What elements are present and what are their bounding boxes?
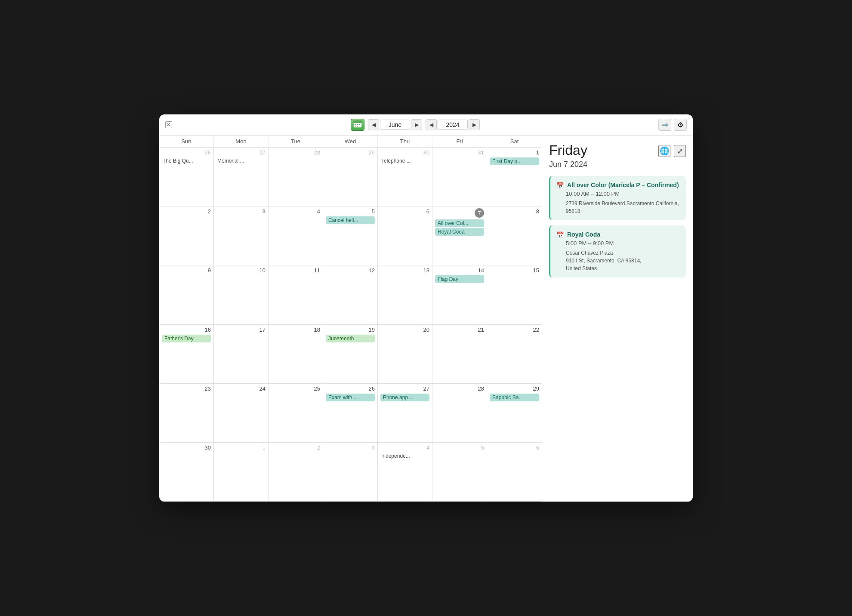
export-button[interactable]: ⇒ bbox=[658, 119, 671, 131]
day-number: 9 bbox=[162, 267, 211, 274]
day-number: 14 bbox=[435, 267, 484, 274]
event-chip[interactable]: Royal Coda bbox=[435, 228, 484, 236]
cal-cell[interactable]: 26The Big Qu... bbox=[159, 148, 214, 206]
day-number: 20 bbox=[380, 326, 429, 333]
cal-cell[interactable]: 9 bbox=[159, 265, 214, 324]
event-plain[interactable]: Memorial ... bbox=[216, 157, 265, 164]
event-chip[interactable]: Sapphic Sa... bbox=[490, 394, 539, 401]
day-header-mon: Mon bbox=[214, 136, 269, 147]
expand-button[interactable]: ⤢ bbox=[674, 145, 686, 157]
cal-cell[interactable]: 28 bbox=[269, 148, 323, 206]
cal-cell[interactable]: 4Independe... bbox=[378, 443, 432, 502]
day-number: 6 bbox=[380, 208, 429, 215]
next-month-button[interactable]: ▶ bbox=[411, 119, 422, 130]
cal-cell[interactable]: 25 bbox=[269, 384, 323, 443]
cal-cell[interactable]: 11 bbox=[269, 265, 323, 324]
cal-cell[interactable]: 16Father's Day bbox=[159, 325, 214, 384]
event-card-header: 📅 All over Color (Maricela P – Confirmed… bbox=[556, 181, 680, 189]
day-number: 28 bbox=[271, 149, 320, 156]
day-number: 12 bbox=[326, 267, 375, 274]
month-label: June bbox=[380, 120, 410, 130]
event-plain[interactable]: Telephone ... bbox=[380, 157, 429, 164]
event-chip[interactable]: Flag Day bbox=[435, 275, 484, 283]
day-number: 26 bbox=[326, 385, 375, 392]
cal-cell[interactable]: 15 bbox=[487, 265, 542, 324]
cal-cell[interactable]: 23 bbox=[159, 384, 214, 443]
event-chip[interactable]: All over Col... bbox=[435, 219, 484, 227]
toolbar: ✕ ◀ June ▶ ◀ 2024 ▶ bbox=[159, 114, 693, 136]
cal-cell[interactable]: 4 bbox=[269, 206, 323, 265]
cal-cell[interactable]: 18 bbox=[269, 325, 323, 384]
next-year-button[interactable]: ▶ bbox=[469, 119, 480, 130]
cal-cell[interactable]: 31 bbox=[432, 148, 487, 206]
cal-cell[interactable]: 20 bbox=[378, 325, 432, 384]
event-chip[interactable]: Father's Day bbox=[162, 335, 211, 342]
cal-cell[interactable]: 1First Day o... bbox=[487, 148, 542, 206]
cal-cell[interactable]: 29 bbox=[323, 148, 378, 206]
expand-icon: ⤢ bbox=[677, 147, 683, 155]
event-card[interactable]: 📅 All over Color (Maricela P – Confirmed… bbox=[549, 176, 686, 220]
event-card-location: Cesar Chavez Plaza910 I St, Sacramento, … bbox=[556, 249, 680, 272]
cal-cell[interactable]: 30 bbox=[159, 443, 214, 502]
event-plain[interactable]: Independe... bbox=[380, 453, 429, 459]
day-number: 2 bbox=[271, 444, 320, 451]
cal-cell[interactable]: 2 bbox=[159, 206, 214, 265]
cal-cell[interactable]: 19Juneteenth bbox=[323, 325, 378, 384]
cal-cell[interactable]: 26Exam with ... bbox=[323, 384, 378, 443]
cal-cell[interactable]: 30Telephone ... bbox=[378, 148, 432, 206]
cal-cell[interactable]: 24 bbox=[214, 384, 269, 443]
main-content: SunMonTueWedThuFriSat 26The Big Qu...27M… bbox=[159, 136, 693, 502]
cal-cell[interactable]: 21 bbox=[432, 325, 487, 384]
side-header-icons: 🌐 ⤢ bbox=[658, 145, 686, 157]
cal-cell[interactable]: 27Memorial ... bbox=[214, 148, 269, 206]
event-cards: 📅 All over Color (Maricela P – Confirmed… bbox=[549, 176, 686, 277]
cal-cell[interactable]: 2 bbox=[269, 443, 323, 502]
day-number: 29 bbox=[326, 149, 375, 156]
cal-cell[interactable]: 14Flag Day bbox=[432, 265, 487, 324]
event-chip[interactable]: First Day o... bbox=[490, 157, 539, 165]
cal-cell[interactable]: 28 bbox=[432, 384, 487, 443]
cal-cell[interactable]: 13 bbox=[378, 265, 432, 324]
side-panel: Friday 🌐 ⤢ Jun 7 2024 📅 All over Color (… bbox=[542, 136, 693, 502]
cal-cell[interactable]: 22 bbox=[487, 325, 542, 384]
event-chip[interactable]: Cancel hell... bbox=[326, 216, 375, 224]
cal-cell[interactable]: 6 bbox=[487, 443, 542, 502]
day-header-sun: Sun bbox=[159, 136, 214, 147]
calendar-area: SunMonTueWedThuFriSat 26The Big Qu...27M… bbox=[159, 136, 542, 502]
settings-button[interactable]: ⚙ bbox=[674, 119, 687, 131]
event-plain[interactable]: The Big Qu... bbox=[162, 157, 211, 164]
cal-cell[interactable]: 3 bbox=[214, 206, 269, 265]
globe-button[interactable]: 🌐 bbox=[658, 145, 670, 157]
cal-cell[interactable]: 17 bbox=[214, 325, 269, 384]
cal-cell[interactable]: 1 bbox=[214, 443, 269, 502]
cal-cell[interactable]: 5Cancel hell... bbox=[323, 206, 378, 265]
event-card-title: All over Color (Maricela P – Confirmed) bbox=[567, 181, 679, 189]
prev-year-button[interactable]: ◀ bbox=[426, 119, 437, 130]
cal-cell[interactable]: 7All over Col...Royal Coda bbox=[432, 206, 487, 265]
close-button[interactable]: ✕ bbox=[165, 121, 172, 128]
event-chip[interactable]: Juneteenth bbox=[326, 335, 375, 342]
event-card[interactable]: 📅 Royal Coda 5:00 PM – 9:00 PM Cesar Cha… bbox=[549, 225, 686, 277]
calendar-icon-button[interactable] bbox=[351, 119, 364, 131]
cal-cell[interactable]: 5 bbox=[432, 443, 487, 502]
cal-cell[interactable]: 27Phone app... bbox=[378, 384, 432, 443]
day-number: 28 bbox=[435, 385, 484, 392]
prev-month-button[interactable]: ◀ bbox=[368, 119, 379, 130]
day-number: 17 bbox=[216, 326, 265, 333]
event-chip[interactable]: Exam with ... bbox=[326, 394, 375, 401]
event-chip[interactable]: Phone app... bbox=[380, 394, 429, 401]
cal-cell[interactable]: 3 bbox=[323, 443, 378, 502]
day-number: 6 bbox=[490, 444, 539, 451]
day-number: 24 bbox=[216, 385, 265, 392]
event-calendar-icon: 📅 bbox=[556, 231, 564, 238]
cal-cell[interactable]: 8 bbox=[487, 206, 542, 265]
month-nav: ◀ June ▶ bbox=[368, 119, 422, 130]
day-number: 11 bbox=[271, 267, 320, 274]
day-header-tue: Tue bbox=[269, 136, 323, 147]
cal-cell[interactable]: 10 bbox=[214, 265, 269, 324]
year-nav: ◀ 2024 ▶ bbox=[426, 119, 480, 130]
cal-cell[interactable]: 29Sapphic Sa... bbox=[487, 384, 542, 443]
cal-cell[interactable]: 6 bbox=[378, 206, 432, 265]
day-number: 19 bbox=[326, 326, 375, 333]
cal-cell[interactable]: 12 bbox=[323, 265, 378, 324]
